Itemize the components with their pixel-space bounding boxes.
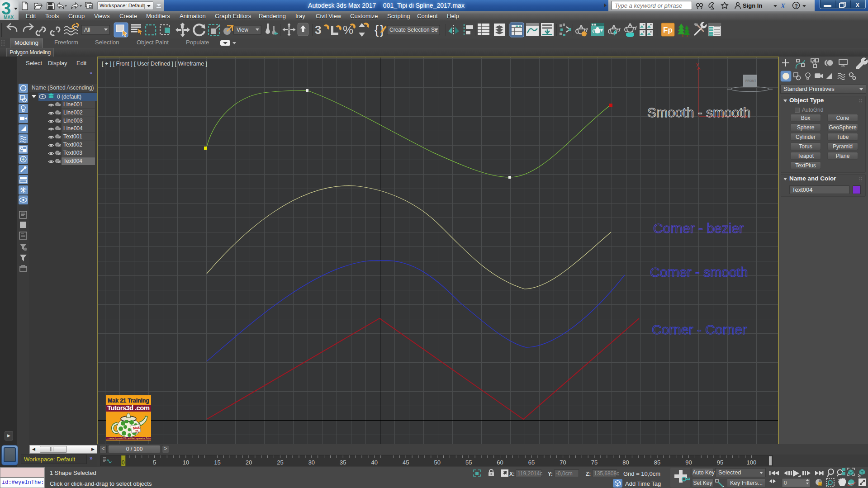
- svg-text:Sign In: Sign In: [743, 2, 762, 9]
- svg-text:20: 20: [246, 459, 252, 466]
- svg-text:0: 0: [784, 480, 787, 486]
- svg-text:100: 100: [747, 459, 757, 466]
- svg-text:90: 90: [685, 459, 692, 466]
- svg-text:25: 25: [277, 459, 283, 466]
- svg-text:Smooth - smooth: Smooth - smooth: [647, 105, 750, 120]
- svg-text:FRONT: FRONT: [745, 79, 757, 82]
- svg-text:21: 21: [135, 429, 139, 433]
- svg-text:Corner - bezier: Corner - bezier: [653, 221, 744, 236]
- svg-text:45: 45: [403, 459, 409, 466]
- svg-text:Corner - Corner: Corner - Corner: [652, 322, 747, 337]
- svg-text:Create Selection Se: Create Selection Se: [389, 27, 438, 33]
- svg-text:0: 0: [122, 460, 125, 466]
- svg-text:65: 65: [528, 459, 535, 466]
- svg-text:3: 3: [315, 23, 321, 37]
- svg-text:5: 5: [153, 459, 156, 466]
- svg-text:{: {: [375, 23, 379, 37]
- svg-text:Mak 21 Training: Mak 21 Training: [108, 398, 149, 404]
- svg-text:MAX: MAX: [4, 15, 14, 20]
- svg-text:View: View: [237, 27, 248, 33]
- svg-text:35: 35: [340, 459, 346, 466]
- svg-text:X: X: [780, 2, 786, 9]
- svg-text:10: 10: [183, 459, 189, 466]
- svg-text:55: 55: [465, 459, 472, 466]
- svg-text:70: 70: [560, 459, 566, 466]
- svg-text:?: ?: [795, 3, 798, 9]
- svg-text:x: x: [856, 1, 859, 8]
- svg-text:15: 15: [214, 459, 220, 466]
- svg-text:40: 40: [371, 459, 378, 466]
- svg-text:Fp: Fp: [663, 26, 673, 34]
- svg-text:85: 85: [654, 459, 660, 466]
- svg-text:60: 60: [497, 459, 503, 466]
- svg-text:30: 30: [308, 459, 315, 466]
- svg-text:create by mak 21 certified ope: create by mak 21 certified operator 3dsm…: [108, 437, 151, 440]
- svg-text:y: y: [696, 61, 699, 66]
- svg-text:Corner - smooth: Corner - smooth: [650, 265, 748, 280]
- svg-text:80: 80: [622, 459, 629, 466]
- svg-text:Tutors3d .com: Tutors3d .com: [107, 404, 150, 412]
- svg-text:50: 50: [434, 459, 440, 466]
- svg-text:95: 95: [717, 459, 723, 466]
- svg-text:75: 75: [591, 459, 598, 466]
- svg-text:All: All: [84, 27, 90, 33]
